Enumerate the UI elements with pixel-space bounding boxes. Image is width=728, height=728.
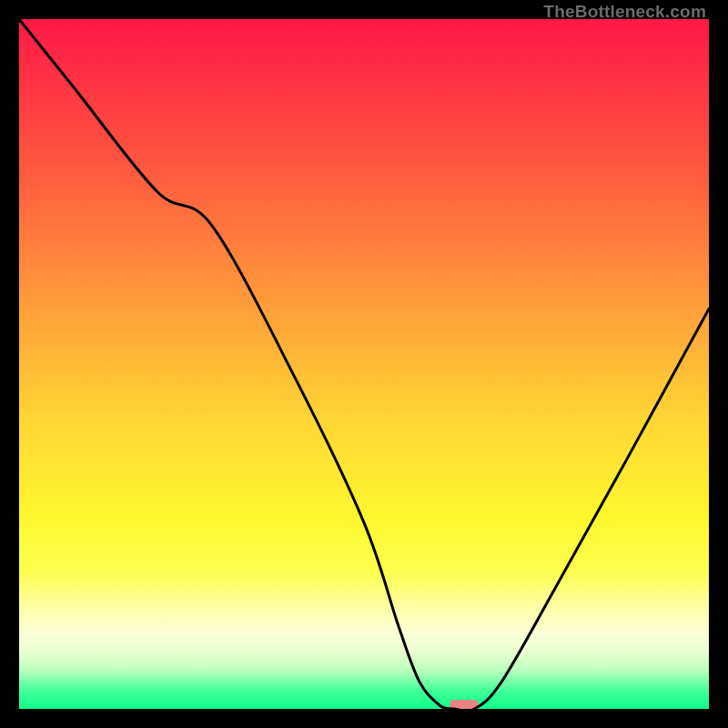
chart-frame: TheBottleneck.com — [0, 0, 728, 728]
bottleneck-curve — [19, 19, 709, 709]
watermark-text: TheBottleneck.com — [543, 2, 706, 22]
plot-area — [19, 19, 709, 709]
